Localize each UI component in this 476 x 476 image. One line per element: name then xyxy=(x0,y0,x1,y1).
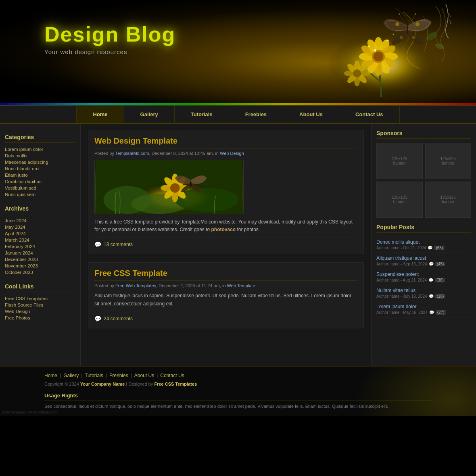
cool-links-section: Cool Links Free CSS Templates Flash Sour… xyxy=(5,283,75,321)
category-link[interactable]: Nunc quis sem xyxy=(5,191,75,198)
popular-post-1-link[interactable]: Donec mollis aliquet xyxy=(376,239,420,245)
rainbow-bar xyxy=(0,103,476,105)
archive-link[interactable]: December 2023 xyxy=(5,256,75,263)
svg-point-33 xyxy=(399,13,400,15)
popular-post-1-author-date: Author name - Oct 21, 2024 xyxy=(376,246,426,250)
banner-2[interactable]: 125x125 banner xyxy=(425,143,472,179)
popular-post-2-count: (45) xyxy=(435,262,446,266)
comment-icon: 💬 xyxy=(94,241,101,248)
popular-post-5-author-date: Author name - May 16, 2024 xyxy=(376,310,428,315)
category-link[interactable]: Curabitur dapibus xyxy=(5,178,75,185)
archive-link[interactable]: June 2024 xyxy=(5,217,75,224)
footer-nav-about[interactable]: About Us xyxy=(134,373,154,378)
popular-post-3-link[interactable]: Suspendisse potent xyxy=(376,271,419,277)
post-2-comments[interactable]: 💬 24 comments xyxy=(94,312,357,322)
banner-3-sublabel: banner xyxy=(393,200,406,204)
banners-grid: 125x125 banner 125x125 banner 125x125 ba… xyxy=(376,143,471,218)
post-1-image xyxy=(94,160,244,214)
post-1-photo-credit-link[interactable]: photovaco xyxy=(211,227,236,232)
archive-link[interactable]: October 2023 xyxy=(5,269,75,276)
category-link[interactable]: Vestibulum sed xyxy=(5,185,75,191)
banner-1-sublabel: banner xyxy=(393,161,406,165)
popular-post-5-count: (27) xyxy=(436,310,446,315)
nav-home[interactable]: Home xyxy=(76,106,124,123)
sidebar-divider xyxy=(5,201,75,201)
svg-point-36 xyxy=(386,40,388,41)
post-2-category-link[interactable]: Web Template xyxy=(227,283,255,288)
footer-nav: Home | Gallery | Tutorials | Freebies | … xyxy=(44,373,432,378)
comment-icon-pp2: 💬 xyxy=(429,262,434,266)
footer-nav-freebies[interactable]: Freebies xyxy=(109,373,128,378)
nav-tutorials[interactable]: Tutorials xyxy=(175,106,229,123)
banner-2-label: 125x125 xyxy=(441,157,456,161)
cool-link[interactable]: Free Photos xyxy=(5,315,75,321)
footer-designer-link[interactable]: Free CSS Templates xyxy=(154,382,197,386)
sponsors-section: Sponsors 125x125 banner 125x125 banner 1… xyxy=(376,130,471,218)
popular-post-2-link[interactable]: Aliquam tristique lacust xyxy=(376,255,426,261)
archive-link[interactable]: January 2024 xyxy=(5,250,75,256)
popular-post-4-count: (18) xyxy=(435,294,446,299)
footer-nav-home[interactable]: Home xyxy=(44,373,57,378)
post-1-category-link[interactable]: Web Design xyxy=(220,151,244,156)
footer-company-link[interactable]: Your Company Name xyxy=(80,382,125,386)
popular-post-4-link[interactable]: Nullam vitae tellus xyxy=(376,288,415,293)
footer-copyright: Copyright © 2024 Your Company Name | Des… xyxy=(44,382,432,386)
right-sidebar: Sponsors 125x125 banner 125x125 banner 1… xyxy=(371,124,476,366)
svg-point-31 xyxy=(412,36,415,39)
popular-post-3-count: (36) xyxy=(435,278,445,282)
popular-post-4-author-date: Author name - July 19, 2024 xyxy=(376,294,427,299)
post-1-comments[interactable]: 💬 18 comments xyxy=(94,238,357,248)
banner-1[interactable]: 125x125 banner xyxy=(376,143,423,179)
archive-link[interactable]: May 2024 xyxy=(5,224,75,230)
popular-posts-title: Popular Posts xyxy=(376,224,471,233)
popular-post-2: Aliquam tristique lacust Author name - S… xyxy=(376,253,471,269)
archives-section: Archives June 2024 May 2024 April 2024 M… xyxy=(5,205,75,276)
category-link[interactable]: Nunc blandit orci xyxy=(5,165,75,172)
banner-3[interactable]: 125x125 banner xyxy=(376,182,423,218)
comment-icon-pp5: 💬 xyxy=(429,310,434,315)
category-link[interactable]: Etiam justo xyxy=(5,172,75,178)
footer-nav-tutorials[interactable]: Tutorials xyxy=(85,373,103,378)
footer-nav-contact[interactable]: Contact Us xyxy=(160,373,184,378)
cool-link[interactable]: Web Design xyxy=(5,308,75,315)
banner-1-label: 125x125 xyxy=(392,157,407,161)
category-link[interactable]: Lorem ipsum dolor xyxy=(5,146,75,152)
popular-post-1-meta: Author name - Oct 21, 2024 💬 (63) xyxy=(376,246,471,250)
banner-4[interactable]: 125x125 banner xyxy=(425,182,472,218)
svg-point-37 xyxy=(368,46,370,47)
popular-post-5-link[interactable]: Lorem ipsum dolor xyxy=(376,304,416,309)
footer-usage-title: Usage Rights xyxy=(44,392,432,401)
category-link[interactable]: Duis mollis xyxy=(5,152,75,159)
archive-link[interactable]: November 2023 xyxy=(5,263,75,269)
archive-link[interactable]: February 2024 xyxy=(5,243,75,250)
post-1-body: This is a free CSS template provided by … xyxy=(94,218,357,234)
footer: Home | Gallery | Tutorials | Freebies | … xyxy=(0,366,476,416)
nav-freebies[interactable]: Freebies xyxy=(229,106,283,123)
header-svg xyxy=(282,4,452,101)
banner-2-sublabel: banner xyxy=(442,161,454,165)
svg-point-38 xyxy=(393,34,394,35)
post-1-author-link[interactable]: TemplateMo.com xyxy=(115,151,149,156)
banner-3-label: 125x125 xyxy=(392,195,407,200)
footer-nav-sep-3: | xyxy=(106,373,107,378)
footer-usage: Usage Rights Sed consectetur, lacus et d… xyxy=(44,392,432,410)
archive-link[interactable]: March 2024 xyxy=(5,237,75,243)
nav-about[interactable]: About Us xyxy=(283,106,339,123)
nav-gallery[interactable]: Gallery xyxy=(124,106,175,123)
cool-link[interactable]: Flash Source Files xyxy=(5,302,75,308)
header-title-block: Design Blog Your web design resources xyxy=(44,22,175,55)
post-2-author-link[interactable]: Free Web Templates xyxy=(115,283,156,288)
nav-contact[interactable]: Contact Us xyxy=(339,106,400,123)
archives-title: Archives xyxy=(5,205,75,214)
cool-link[interactable]: Free CSS Templates xyxy=(5,295,75,302)
category-link[interactable]: Maecenas adipiscing xyxy=(5,159,75,165)
banner-4-sublabel: banner xyxy=(442,200,454,204)
comment-icon-pp3: 💬 xyxy=(428,278,433,282)
svg-point-52 xyxy=(170,183,180,193)
svg-point-29 xyxy=(415,22,420,26)
main-content: Web Design Template Posted by TemplateMo… xyxy=(81,124,371,366)
archive-link[interactable]: April 2024 xyxy=(5,230,75,237)
footer-nav-gallery[interactable]: Gallery xyxy=(63,373,79,378)
popular-post-3-author-date: Author name - Aug 21, 2024 xyxy=(376,278,427,282)
popular-post-2-meta: Author name - Sep 15, 2024 💬 (45) xyxy=(376,262,471,266)
